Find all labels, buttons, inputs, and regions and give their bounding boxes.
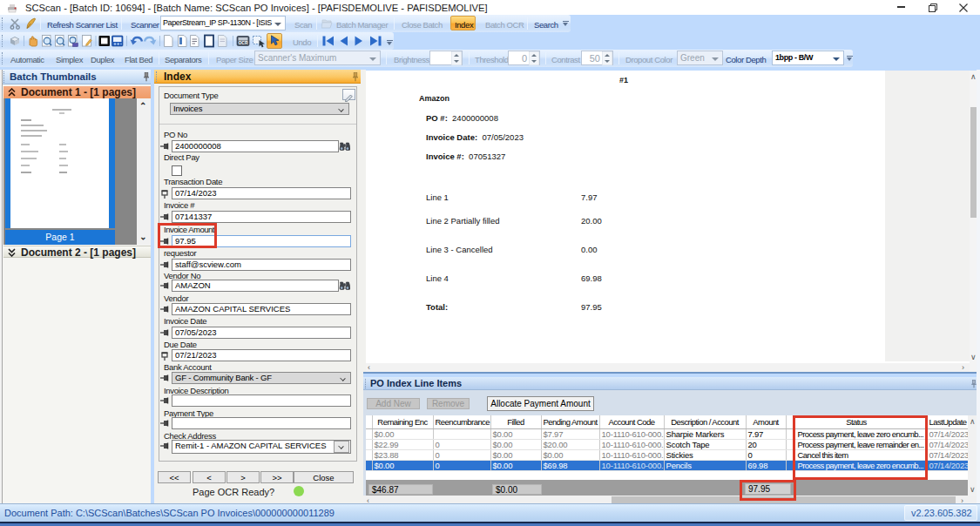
svg-text:OCR: OCR bbox=[238, 40, 248, 45]
